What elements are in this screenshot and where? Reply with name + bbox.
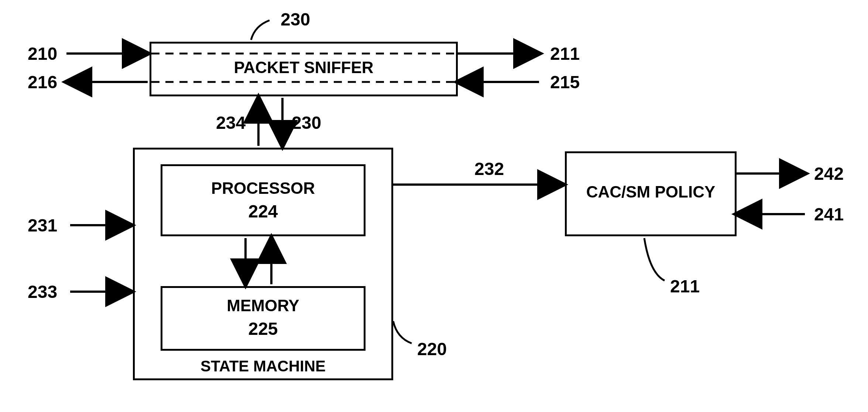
- processor-label: PROCESSOR: [161, 179, 366, 198]
- label-210: 210: [28, 44, 57, 64]
- label-241: 241: [814, 204, 844, 224]
- cac-policy-label: CAC/SM POLICY: [565, 183, 737, 201]
- label-216: 216: [28, 72, 57, 92]
- label-211-top: 211: [550, 44, 580, 64]
- diagram-canvas: PACKET SNIFFER STATE MACHINE PROCESSOR 2…: [0, 0, 868, 412]
- memory-number: 225: [161, 319, 366, 339]
- label-215: 215: [550, 72, 580, 92]
- label-242: 242: [814, 164, 844, 184]
- label-231: 231: [28, 215, 57, 236]
- label-220: 220: [417, 339, 447, 359]
- label-233: 233: [28, 282, 57, 302]
- label-211-bottom: 211: [670, 276, 700, 296]
- processor-box: [161, 164, 366, 236]
- memory-label: MEMORY: [161, 296, 366, 315]
- label-232: 232: [474, 159, 504, 179]
- label-234: 234: [216, 113, 246, 133]
- processor-number: 224: [161, 201, 366, 222]
- label-230-mid: 230: [292, 113, 321, 133]
- label-230-top: 230: [281, 9, 310, 30]
- packet-sniffer-label: PACKET SNIFFER: [150, 58, 458, 77]
- state-machine-label: STATE MACHINE: [133, 357, 393, 375]
